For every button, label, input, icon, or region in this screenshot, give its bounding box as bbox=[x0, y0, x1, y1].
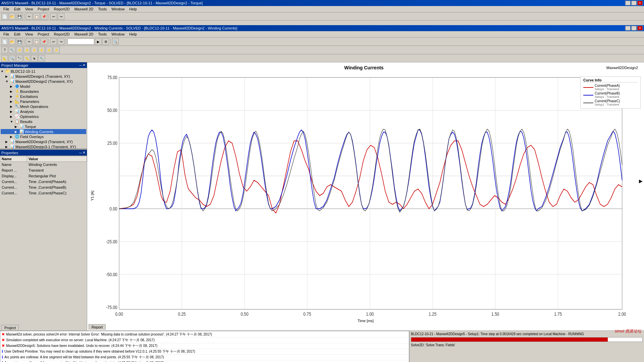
tb-t6[interactable]: ⚡ bbox=[53, 47, 60, 53]
maximize-btn[interactable]: □ bbox=[631, 1, 637, 5]
minimize-btn[interactable]: ─ bbox=[625, 1, 631, 5]
tb-open[interactable]: 📂 bbox=[9, 13, 15, 20]
props-controls[interactable]: ─ ✕ bbox=[79, 150, 86, 155]
toolbar-dropdown[interactable] bbox=[67, 39, 94, 45]
tree-toggle: ▶ bbox=[10, 85, 15, 88]
tb-paste2[interactable]: 📌 bbox=[41, 38, 47, 45]
menu-view-w[interactable]: View bbox=[23, 32, 35, 37]
tb-t4[interactable]: ⚡ bbox=[38, 47, 45, 53]
w-maximize-btn[interactable]: □ bbox=[631, 26, 637, 31]
menu-tools-t[interactable]: Tools bbox=[96, 6, 109, 12]
legend-sub-b: Setup1 : Transient bbox=[595, 95, 620, 99]
tree-item[interactable]: ▼📊Maxwell2DDesign2 (Transient, XY) bbox=[1, 79, 86, 84]
chart-svg-container[interactable]: 75.00 50.00 25.00 0.00 -25.00 -50.00 -75… bbox=[97, 73, 644, 318]
content-area: Project Manager ─ ✕ ▼📁BLDC12-10-11▶📊Maxw… bbox=[0, 62, 644, 330]
tree-item[interactable]: ▶⚡Boundaries bbox=[1, 89, 86, 94]
tb-settings[interactable]: ⚙ bbox=[102, 38, 109, 45]
tb-magnet[interactable]: 🔧 bbox=[9, 47, 15, 53]
tb-cut2[interactable]: ✂ bbox=[26, 38, 33, 45]
menu-view-t[interactable]: View bbox=[23, 6, 35, 12]
tb-cut[interactable]: ✂ bbox=[26, 13, 33, 20]
bottom-panel: ✖ Maxwell2d solver, process solver24 err… bbox=[0, 330, 644, 362]
tree-item[interactable]: ▶📐Parameters bbox=[1, 99, 86, 104]
menu-edit-w[interactable]: Edit bbox=[12, 32, 22, 37]
prop-row: Display...Rectangular Plot bbox=[0, 173, 87, 179]
menu-file-w[interactable]: File bbox=[1, 32, 11, 37]
tb-t5[interactable]: ⚡ bbox=[46, 47, 52, 53]
menu-project-t[interactable]: Project bbox=[36, 6, 51, 12]
tree-icon: 📈 bbox=[15, 114, 19, 119]
legend-title: Curve Info bbox=[583, 78, 638, 82]
pm-controls[interactable]: ─ ✕ bbox=[79, 63, 86, 67]
tb-e4[interactable]: 📏 bbox=[23, 55, 30, 62]
menu-project-w[interactable]: Project bbox=[36, 32, 51, 37]
progress-bar bbox=[411, 338, 608, 342]
menu-edit-t[interactable]: Edit bbox=[12, 6, 22, 12]
tb-undo2[interactable]: ↩ bbox=[50, 38, 57, 45]
tree-item[interactable]: ▼📋Results bbox=[1, 119, 86, 124]
tb-t3[interactable]: ⚡ bbox=[31, 47, 38, 53]
error-icon-1: ✖ bbox=[2, 338, 5, 342]
tree-item[interactable]: ▶📈Optimetrics bbox=[1, 114, 86, 119]
tb-e6[interactable]: 🔧 bbox=[38, 55, 45, 62]
w-close-btn[interactable]: ✕ bbox=[637, 26, 643, 31]
menu-help-w[interactable]: Help bbox=[127, 32, 139, 37]
expand-btn[interactable]: ▶ bbox=[639, 178, 643, 184]
tb-save2[interactable]: 💾 bbox=[16, 38, 23, 45]
tb-open2[interactable]: 📂 bbox=[9, 38, 15, 45]
menu-window-t[interactable]: Window bbox=[109, 6, 126, 12]
tree-item[interactable]: ▶📊Maxwell2Design1 (Transient, XY) bbox=[1, 74, 86, 79]
tree-item[interactable]: ▶📊Torque bbox=[1, 124, 86, 129]
tb-new[interactable]: 📄 bbox=[1, 13, 8, 20]
secondary-toolbar: ? 🔧 ⚡ ⚡ ⚡ ⚡ ⚡ ⚡ bbox=[0, 46, 644, 54]
tb-t1[interactable]: ⚡ bbox=[16, 47, 23, 53]
tb-redo[interactable]: ↪ bbox=[58, 13, 64, 20]
tab-project[interactable]: Project bbox=[1, 325, 19, 330]
tb-help[interactable]: ? bbox=[1, 47, 8, 53]
tab-report[interactable]: Report bbox=[89, 324, 106, 330]
tree-item[interactable]: ▼📁BLDC12-10-11 bbox=[1, 69, 86, 74]
tree-item[interactable]: ▶⚡Excitations bbox=[1, 94, 86, 99]
tree-item[interactable]: ▶📊Maxwell2DDesign3 (Transient, XY) bbox=[1, 139, 86, 144]
tb-e1[interactable]: 📐 bbox=[1, 55, 8, 62]
menu-maxwell2d-w[interactable]: Maxwell 2D bbox=[72, 32, 96, 37]
tree-item[interactable]: ▶🔷Model bbox=[1, 84, 86, 89]
tree-toggle: ▶ bbox=[5, 75, 10, 78]
menu-window-w[interactable]: Window bbox=[109, 32, 126, 37]
tree-item[interactable]: ▶📊Analysis bbox=[1, 109, 86, 114]
menu-file-t[interactable]: File bbox=[1, 6, 11, 12]
close-btn[interactable]: ✕ bbox=[637, 1, 643, 5]
tb-e5[interactable]: 🖱 bbox=[31, 55, 38, 62]
menu-report2d-w[interactable]: Report2D bbox=[52, 32, 72, 37]
tb-run[interactable]: ▶ bbox=[95, 38, 102, 45]
tb-e2[interactable]: 🔍 bbox=[9, 55, 15, 62]
tb-new2[interactable]: 📄 bbox=[1, 38, 8, 45]
tb-zoom[interactable]: 🔍 bbox=[112, 38, 119, 45]
tb-save[interactable]: 💾 bbox=[16, 13, 23, 20]
pm-close[interactable]: ✕ bbox=[83, 63, 86, 67]
props-close[interactable]: ✕ bbox=[83, 150, 86, 155]
tree-item[interactable]: ▶🌐Field Overlays bbox=[1, 134, 86, 139]
tb-paste[interactable]: 📌 bbox=[41, 13, 47, 20]
winding-controls[interactable]: ─ □ ✕ bbox=[625, 26, 643, 31]
props-minimize[interactable]: ─ bbox=[79, 150, 82, 155]
w-minimize-btn[interactable]: ─ bbox=[625, 26, 631, 31]
legend-label-c: Current(PhaseC) Setup1 : Transient bbox=[595, 99, 620, 106]
tree-label: Mesh Operations bbox=[20, 105, 48, 109]
tb-copy2[interactable]: 📋 bbox=[33, 38, 40, 45]
tb-redo2[interactable]: ↪ bbox=[58, 38, 64, 45]
tb-t2[interactable]: ⚡ bbox=[23, 47, 30, 53]
tb-e3[interactable]: 🔭 bbox=[16, 55, 23, 62]
tree-item[interactable]: ▶🔧Mesh Operations bbox=[1, 104, 86, 109]
tree-item[interactable]: ▶📊Winding Currents bbox=[1, 129, 86, 134]
log-panel[interactable]: ✖ Maxwell2d solver, process solver24 err… bbox=[0, 331, 409, 362]
tb-copy[interactable]: 📋 bbox=[33, 13, 40, 20]
pm-minimize[interactable]: ─ bbox=[79, 63, 82, 67]
torque-controls[interactable]: ─ □ ✕ bbox=[625, 1, 643, 5]
menu-help-t[interactable]: Help bbox=[127, 6, 139, 12]
tb-undo[interactable]: ↩ bbox=[50, 13, 57, 20]
menu-maxwell2d-t[interactable]: Maxwell 2D bbox=[72, 6, 96, 12]
menu-report2d-t[interactable]: Report2D bbox=[52, 6, 72, 12]
tree-item[interactable]: ▶📊Maxwell2DDesign3-1 (Transient, XY) bbox=[1, 144, 86, 148]
menu-tools-w[interactable]: Tools bbox=[96, 32, 109, 37]
